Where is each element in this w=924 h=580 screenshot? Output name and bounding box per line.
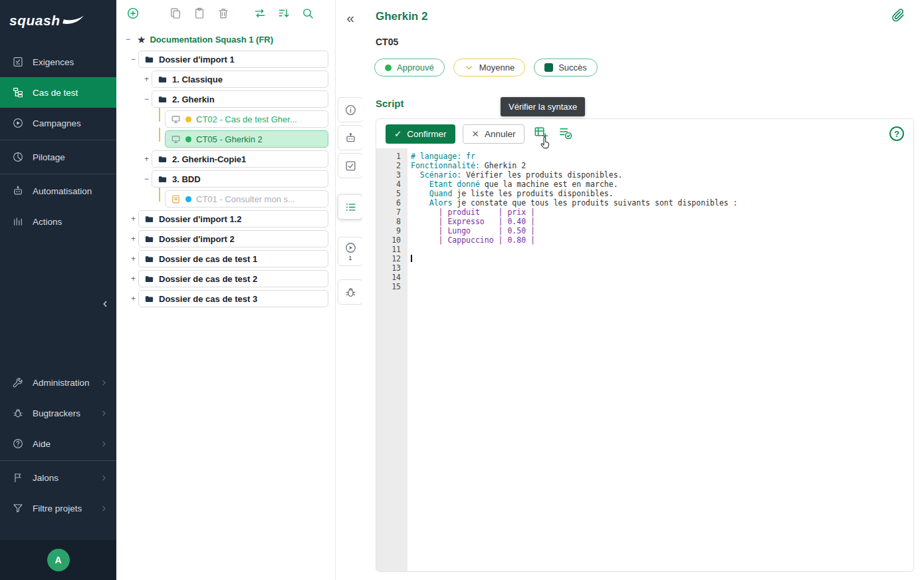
create-button[interactable] xyxy=(126,6,140,21)
copy-button[interactable] xyxy=(168,6,183,21)
minus-toggle[interactable]: − xyxy=(123,35,133,43)
tree-node-box[interactable]: Dossier d'import 1.2 xyxy=(138,210,328,227)
code-line[interactable]: Scénario: Vérifier les produits disponib… xyxy=(411,170,913,180)
tree-node[interactable]: −2. Gherkin xyxy=(142,90,328,108)
tree-node-box[interactable]: Dossier d'import 1 xyxy=(138,51,328,68)
minus-toggle[interactable]: − xyxy=(128,55,138,63)
tree-node[interactable]: +1. Classique xyxy=(142,71,328,88)
tab-issues[interactable] xyxy=(338,279,363,305)
tree-node-box[interactable]: 2. Gherkin-Copie1 xyxy=(152,150,328,168)
code-line[interactable]: Fonctionnalité: Gherkin 2 xyxy=(411,161,913,170)
cancel-button[interactable]: ✕ Annuler xyxy=(463,124,525,144)
sidebar-item-filtre-projets[interactable]: Filtre projets xyxy=(0,493,116,523)
sidebar-item-actions[interactable]: Actions xyxy=(0,206,116,237)
tree-node[interactable]: CT02 - Cas de test Gher... xyxy=(155,110,328,128)
tab-script[interactable] xyxy=(338,194,363,219)
code-line[interactable]: | Cappuccino | 0.80 | xyxy=(411,235,913,245)
code-line[interactable] xyxy=(411,263,913,273)
tree-node-box[interactable]: CT01 - Consulter mon s... xyxy=(165,190,328,208)
code-line[interactable] xyxy=(411,245,913,254)
minus-toggle[interactable]: − xyxy=(142,95,152,103)
code-line[interactable]: | Lungo | 0.50 | xyxy=(411,226,913,235)
tree-node-label: Dossier d'import 2 xyxy=(159,234,235,244)
tab-information[interactable] xyxy=(338,97,363,122)
plus-toggle[interactable]: + xyxy=(128,295,138,303)
code-line[interactable]: Alors je constate que tous les produits … xyxy=(411,198,913,208)
script-editor-card: ✓ Confirmer ✕ Annuler ? 1234567891011121… xyxy=(376,118,914,572)
code-line[interactable]: | produit | prix | xyxy=(411,208,913,217)
import-export-button[interactable] xyxy=(253,6,267,21)
tree-node[interactable]: −Dossier d'import 1 xyxy=(128,51,328,68)
tree-node-box[interactable]: 2. Gherkin xyxy=(152,90,328,108)
user-avatar[interactable]: A xyxy=(47,549,70,571)
tree-project-row[interactable]: − ★ Documentation Squash 1 (FR) xyxy=(123,31,328,48)
bug-icon xyxy=(12,407,24,419)
tree-node-box[interactable]: Dossier de cas de test 2 xyxy=(138,270,328,287)
minus-toggle[interactable]: − xyxy=(142,175,152,183)
tree-node[interactable]: +Dossier d'import 2 xyxy=(128,230,328,247)
attachments-button[interactable] xyxy=(889,7,907,25)
sidebar-item-exigences[interactable]: Exigences xyxy=(0,47,116,77)
code-line[interactable] xyxy=(411,282,913,291)
chevron-right-icon xyxy=(100,440,108,448)
check-syntax-button[interactable] xyxy=(556,125,574,142)
tree-node-box[interactable]: CT05 - Gherkin 2 xyxy=(165,130,328,148)
code-line[interactable]: Etant donné que la machine est en marche… xyxy=(411,180,913,189)
plus-toggle[interactable]: + xyxy=(128,275,138,283)
confirm-button[interactable]: ✓ Confirmer xyxy=(386,124,455,144)
plus-toggle[interactable]: + xyxy=(142,155,152,163)
sidebar-item-bugtrackers[interactable]: Bugtrackers xyxy=(0,398,116,428)
sort-button[interactable] xyxy=(277,6,291,21)
sidebar-item-administration[interactable]: Administration xyxy=(0,367,116,398)
plus-toggle[interactable]: + xyxy=(142,75,152,83)
tab-verification[interactable] xyxy=(338,153,363,178)
tree-node[interactable]: +Dossier d'import 1.2 xyxy=(128,210,328,227)
gherkin-editor[interactable]: 123456789101112131415 # language: frFonc… xyxy=(376,148,913,571)
code-lines[interactable]: # language: frFonctionnalité: Gherkin 2 … xyxy=(407,148,913,571)
code-line[interactable] xyxy=(411,254,913,263)
sidebar-collapse-button[interactable]: ‹ xyxy=(98,294,112,311)
plus-toggle[interactable]: + xyxy=(128,215,138,223)
sidebar-item-pilotage[interactable]: Pilotage xyxy=(0,142,116,172)
tree-node[interactable]: +Dossier de cas de test 1 xyxy=(128,250,328,267)
code-line[interactable]: Quand je liste les produits disponibles. xyxy=(411,189,913,198)
tree-node-box[interactable]: CT02 - Cas de test Gher... xyxy=(165,110,328,128)
tree-node-box[interactable]: Dossier de cas de test 1 xyxy=(138,250,328,267)
tree-node-box[interactable]: Dossier d'import 2 xyxy=(138,230,328,247)
status-badge[interactable]: Approuvé xyxy=(374,59,445,76)
execution-result-badge[interactable]: Succès xyxy=(534,59,598,76)
sidebar-item-label: Jalons xyxy=(33,473,58,483)
code-line[interactable]: # language: fr xyxy=(411,152,913,161)
tree-node-box[interactable]: 1. Classique xyxy=(152,71,328,88)
code-line[interactable]: | Expresso | 0.40 | xyxy=(411,217,913,226)
tree-node[interactable]: +2. Gherkin-Copie1 xyxy=(142,150,328,168)
tree-node-box[interactable]: Dossier de cas de test 3 xyxy=(138,290,328,307)
squash-logo[interactable]: squash xyxy=(0,0,116,41)
tree-node[interactable]: CT01 - Consulter mon s... xyxy=(155,190,328,208)
tab-automation[interactable] xyxy=(338,125,363,150)
folder-icon xyxy=(144,294,154,304)
tree-node-box[interactable]: 3. BDD xyxy=(152,170,328,188)
search-button[interactable] xyxy=(300,6,315,21)
sidebar-item-aide[interactable]: Aide xyxy=(0,428,116,459)
tree-node-label: CT05 - Gherkin 2 xyxy=(196,134,263,144)
sidebar-item-label: Bugtrackers xyxy=(33,408,80,418)
sidebar-item-cas-de-test[interactable]: Cas de test xyxy=(0,77,116,108)
tree-node[interactable]: CT05 - Gherkin 2 xyxy=(155,130,328,148)
delete-button[interactable] xyxy=(216,6,231,21)
sidebar-item-automatisation[interactable]: Automatisation xyxy=(0,176,116,206)
sidebar-item-jalons[interactable]: Jalons xyxy=(0,462,116,493)
tree-node[interactable]: +Dossier de cas de test 3 xyxy=(128,290,328,307)
plus-toggle[interactable]: + xyxy=(128,255,138,263)
help-button[interactable]: ? xyxy=(889,126,904,141)
sidebar-item-campagnes[interactable]: Campagnes xyxy=(0,108,116,138)
tree-node[interactable]: +Dossier de cas de test 2 xyxy=(128,270,328,287)
importance-badge[interactable]: Moyenne xyxy=(453,59,525,76)
paste-button[interactable] xyxy=(192,6,207,21)
plus-toggle[interactable]: + xyxy=(128,235,138,243)
tree-node[interactable]: −3. BDD xyxy=(142,170,328,188)
collapse-panel-button[interactable]: « xyxy=(341,8,360,27)
columns-icon xyxy=(12,216,24,227)
tab-executions[interactable]: 1 xyxy=(338,237,363,266)
code-line[interactable] xyxy=(411,273,913,282)
